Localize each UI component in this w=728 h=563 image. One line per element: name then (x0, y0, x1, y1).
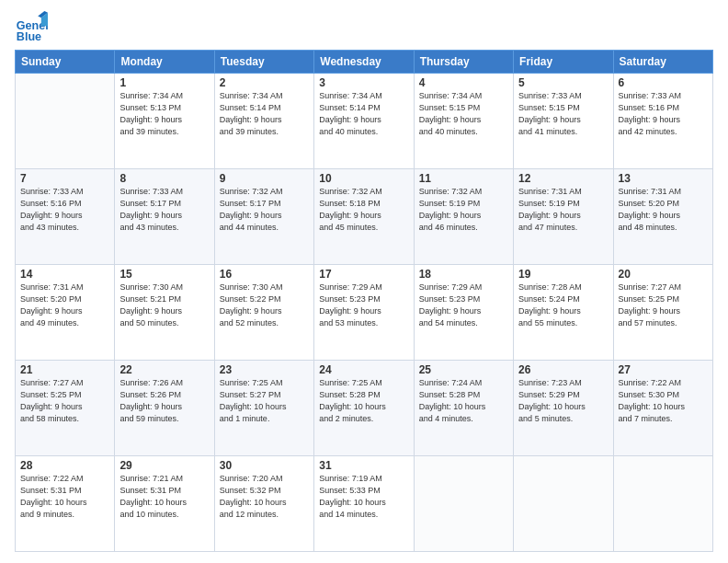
calendar-cell: 1Sunrise: 7:34 AMSunset: 5:13 PMDaylight… (115, 74, 214, 169)
day-info: Sunrise: 7:31 AMSunset: 5:20 PMDaylight:… (619, 186, 708, 234)
day-number: 22 (119, 363, 209, 376)
calendar-week-3: 14Sunrise: 7:31 AMSunset: 5:20 PMDayligh… (16, 265, 713, 361)
calendar-cell: 10Sunrise: 7:32 AMSunset: 5:18 PMDayligh… (314, 169, 414, 265)
day-info: Sunrise: 7:26 AMSunset: 5:26 PMDaylight:… (119, 377, 209, 425)
day-info: Sunrise: 7:22 AMSunset: 5:30 PMDaylight:… (619, 377, 708, 425)
day-number: 31 (319, 459, 408, 472)
day-info: Sunrise: 7:29 AMSunset: 5:23 PMDaylight:… (419, 282, 508, 329)
calendar-cell: 11Sunrise: 7:32 AMSunset: 5:19 PMDayligh… (414, 169, 513, 265)
calendar-cell: 31Sunrise: 7:19 AMSunset: 5:33 PMDayligh… (314, 456, 414, 552)
calendar-cell: 24Sunrise: 7:25 AMSunset: 5:28 PMDayligh… (314, 361, 414, 456)
day-info: Sunrise: 7:27 AMSunset: 5:25 PMDaylight:… (619, 282, 708, 329)
calendar-cell: 25Sunrise: 7:24 AMSunset: 5:28 PMDayligh… (414, 361, 513, 456)
weekday-header-tuesday: Tuesday (214, 51, 313, 74)
calendar-cell: 22Sunrise: 7:26 AMSunset: 5:26 PMDayligh… (115, 361, 214, 456)
day-number: 6 (619, 76, 708, 89)
weekday-header-saturday: Saturday (613, 51, 712, 74)
calendar-cell: 16Sunrise: 7:30 AMSunset: 5:22 PMDayligh… (214, 265, 313, 361)
day-number: 12 (518, 172, 608, 185)
calendar-cell (16, 74, 115, 169)
calendar-cell: 8Sunrise: 7:33 AMSunset: 5:17 PMDaylight… (115, 169, 214, 265)
calendar-cell (514, 456, 613, 552)
calendar-cell (613, 456, 712, 552)
day-info: Sunrise: 7:20 AMSunset: 5:32 PMDaylight:… (220, 473, 309, 521)
day-info: Sunrise: 7:33 AMSunset: 5:16 PMDaylight:… (20, 186, 109, 234)
calendar-cell: 27Sunrise: 7:22 AMSunset: 5:30 PMDayligh… (613, 361, 712, 456)
day-info: Sunrise: 7:33 AMSunset: 5:16 PMDaylight:… (619, 90, 708, 138)
day-number: 20 (619, 268, 708, 281)
calendar-body: 1Sunrise: 7:34 AMSunset: 5:13 PMDaylight… (16, 74, 713, 552)
logo: General Blue (15, 11, 48, 44)
day-number: 3 (319, 76, 408, 89)
day-number: 13 (619, 172, 708, 185)
day-number: 29 (119, 459, 209, 472)
day-info: Sunrise: 7:33 AMSunset: 5:17 PMDaylight:… (119, 186, 209, 234)
calendar-week-5: 28Sunrise: 7:22 AMSunset: 5:31 PMDayligh… (16, 456, 713, 552)
calendar-cell (414, 456, 513, 552)
day-number: 11 (419, 172, 508, 185)
calendar-cell: 23Sunrise: 7:25 AMSunset: 5:27 PMDayligh… (214, 361, 313, 456)
calendar-cell: 3Sunrise: 7:34 AMSunset: 5:14 PMDaylight… (314, 74, 414, 169)
day-number: 8 (119, 172, 209, 185)
calendar-cell: 4Sunrise: 7:34 AMSunset: 5:15 PMDaylight… (414, 74, 513, 169)
day-info: Sunrise: 7:32 AMSunset: 5:18 PMDaylight:… (319, 186, 408, 234)
day-info: Sunrise: 7:33 AMSunset: 5:15 PMDaylight:… (518, 90, 608, 138)
day-number: 19 (518, 268, 608, 281)
calendar-cell: 14Sunrise: 7:31 AMSunset: 5:20 PMDayligh… (16, 265, 115, 361)
day-info: Sunrise: 7:28 AMSunset: 5:24 PMDaylight:… (518, 282, 608, 329)
calendar-cell: 21Sunrise: 7:27 AMSunset: 5:25 PMDayligh… (16, 361, 115, 456)
day-number: 25 (419, 363, 508, 376)
calendar-cell: 2Sunrise: 7:34 AMSunset: 5:14 PMDaylight… (214, 74, 313, 169)
day-info: Sunrise: 7:29 AMSunset: 5:23 PMDaylight:… (319, 282, 408, 329)
weekday-header-monday: Monday (115, 51, 214, 74)
day-info: Sunrise: 7:32 AMSunset: 5:17 PMDaylight:… (220, 186, 309, 234)
day-number: 4 (419, 76, 508, 89)
logo-icon: General Blue (15, 11, 48, 44)
calendar-cell: 20Sunrise: 7:27 AMSunset: 5:25 PMDayligh… (613, 265, 712, 361)
weekday-header-wednesday: Wednesday (314, 51, 414, 74)
weekday-header-thursday: Thursday (414, 51, 513, 74)
day-info: Sunrise: 7:27 AMSunset: 5:25 PMDaylight:… (20, 377, 109, 425)
calendar-week-1: 1Sunrise: 7:34 AMSunset: 5:13 PMDaylight… (16, 74, 713, 169)
calendar-week-2: 7Sunrise: 7:33 AMSunset: 5:16 PMDaylight… (16, 169, 713, 265)
svg-text:Blue: Blue (17, 30, 41, 43)
calendar-cell: 18Sunrise: 7:29 AMSunset: 5:23 PMDayligh… (414, 265, 513, 361)
day-number: 15 (119, 268, 209, 281)
day-info: Sunrise: 7:31 AMSunset: 5:20 PMDaylight:… (20, 282, 109, 329)
day-number: 26 (518, 363, 608, 376)
calendar-cell: 26Sunrise: 7:23 AMSunset: 5:29 PMDayligh… (514, 361, 613, 456)
day-info: Sunrise: 7:34 AMSunset: 5:13 PMDaylight:… (119, 90, 209, 138)
day-number: 10 (319, 172, 408, 185)
day-info: Sunrise: 7:31 AMSunset: 5:19 PMDaylight:… (518, 186, 608, 234)
calendar-cell: 5Sunrise: 7:33 AMSunset: 5:15 PMDaylight… (514, 74, 613, 169)
calendar-cell: 12Sunrise: 7:31 AMSunset: 5:19 PMDayligh… (514, 169, 613, 265)
calendar-cell: 17Sunrise: 7:29 AMSunset: 5:23 PMDayligh… (314, 265, 414, 361)
day-number: 2 (220, 76, 309, 89)
day-info: Sunrise: 7:30 AMSunset: 5:22 PMDaylight:… (220, 282, 309, 329)
day-info: Sunrise: 7:25 AMSunset: 5:28 PMDaylight:… (319, 377, 408, 425)
calendar-header-row: SundayMondayTuesdayWednesdayThursdayFrid… (16, 51, 713, 74)
calendar-cell: 29Sunrise: 7:21 AMSunset: 5:31 PMDayligh… (115, 456, 214, 552)
day-number: 21 (20, 363, 109, 376)
day-number: 23 (220, 363, 309, 376)
day-number: 5 (518, 76, 608, 89)
calendar-week-4: 21Sunrise: 7:27 AMSunset: 5:25 PMDayligh… (16, 361, 713, 456)
calendar-cell: 30Sunrise: 7:20 AMSunset: 5:32 PMDayligh… (214, 456, 313, 552)
day-number: 27 (619, 363, 708, 376)
calendar-table: SundayMondayTuesdayWednesdayThursdayFrid… (15, 50, 713, 552)
day-number: 17 (319, 268, 408, 281)
day-info: Sunrise: 7:23 AMSunset: 5:29 PMDaylight:… (518, 377, 608, 425)
page-header: General Blue (15, 11, 713, 44)
day-info: Sunrise: 7:32 AMSunset: 5:19 PMDaylight:… (419, 186, 508, 234)
day-number: 28 (20, 459, 109, 472)
day-number: 16 (220, 268, 309, 281)
day-number: 30 (220, 459, 309, 472)
calendar-cell: 13Sunrise: 7:31 AMSunset: 5:20 PMDayligh… (613, 169, 712, 265)
day-number: 14 (20, 268, 109, 281)
calendar-cell: 6Sunrise: 7:33 AMSunset: 5:16 PMDaylight… (613, 74, 712, 169)
day-info: Sunrise: 7:21 AMSunset: 5:31 PMDaylight:… (119, 473, 209, 521)
day-info: Sunrise: 7:19 AMSunset: 5:33 PMDaylight:… (319, 473, 408, 521)
calendar-cell: 9Sunrise: 7:32 AMSunset: 5:17 PMDaylight… (214, 169, 313, 265)
weekday-header-sunday: Sunday (16, 51, 115, 74)
day-info: Sunrise: 7:30 AMSunset: 5:21 PMDaylight:… (119, 282, 209, 329)
